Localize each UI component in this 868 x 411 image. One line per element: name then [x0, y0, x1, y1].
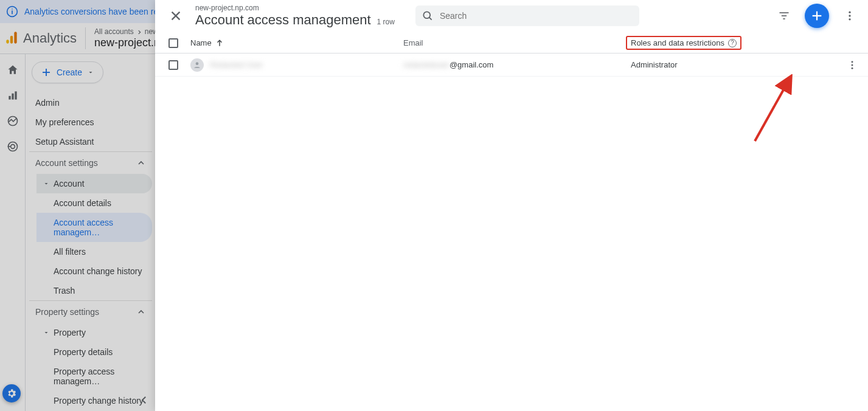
close-icon — [169, 9, 182, 22]
more-vert-icon — [844, 10, 856, 22]
user-name: Redacted User — [210, 60, 263, 69]
search-input[interactable] — [440, 11, 633, 21]
person-icon — [193, 61, 201, 69]
email-local: redacteduser — [403, 60, 450, 69]
svg-point-17 — [423, 12, 430, 18]
select-all-checkbox[interactable] — [168, 38, 178, 48]
filter-icon — [778, 10, 790, 22]
svg-point-31 — [852, 67, 853, 69]
cell-email: redacteduser@gmail.com — [403, 60, 631, 69]
row-count: 1 row — [377, 18, 395, 26]
svg-point-28 — [196, 62, 199, 65]
table-row[interactable]: Redacted User redacteduser@gmail.com Adm… — [155, 54, 868, 77]
users-table: Name Email Roles and data restrictions ?… — [155, 33, 868, 411]
more-vert-icon — [847, 60, 858, 71]
panel-header: new-project.np.com Account access manage… — [155, 0, 868, 33]
svg-point-25 — [849, 15, 850, 16]
cell-role: Administrator — [631, 60, 838, 69]
help-icon[interactable]: ? — [728, 39, 737, 47]
annotation-highlight: Roles and data restrictions ? — [626, 36, 741, 50]
add-user-button[interactable] — [805, 4, 829, 28]
column-name-label: Name — [190, 38, 212, 47]
svg-point-26 — [849, 18, 850, 20]
svg-point-24 — [849, 12, 850, 13]
table-header: Name Email Roles and data restrictions ? — [155, 33, 868, 54]
svg-point-30 — [852, 64, 853, 66]
panel-more-button[interactable] — [838, 4, 862, 28]
access-management-panel: new-project.np.com Account access manage… — [155, 0, 868, 411]
column-header-name[interactable]: Name — [190, 38, 403, 47]
column-header-email[interactable]: Email — [403, 38, 631, 47]
filter-button[interactable] — [772, 4, 796, 28]
column-header-roles[interactable]: Roles and data restrictions ? — [631, 36, 838, 50]
svg-point-29 — [852, 61, 853, 63]
email-domain: @gmail.com — [450, 60, 493, 69]
panel-title: Account access management — [195, 12, 371, 28]
sort-asc-icon — [215, 39, 224, 47]
panel-subtitle: new-project.np.com — [195, 4, 395, 12]
plus-icon — [810, 9, 824, 22]
search-icon — [422, 10, 434, 22]
close-panel-button[interactable] — [165, 5, 187, 27]
svg-line-18 — [429, 18, 432, 20]
row-more-button[interactable] — [838, 60, 867, 71]
column-roles-label: Roles and data restrictions — [631, 38, 724, 47]
search-box[interactable] — [415, 5, 639, 26]
avatar — [190, 58, 204, 72]
row-checkbox[interactable] — [168, 60, 178, 70]
cell-name: Redacted User — [190, 58, 403, 72]
